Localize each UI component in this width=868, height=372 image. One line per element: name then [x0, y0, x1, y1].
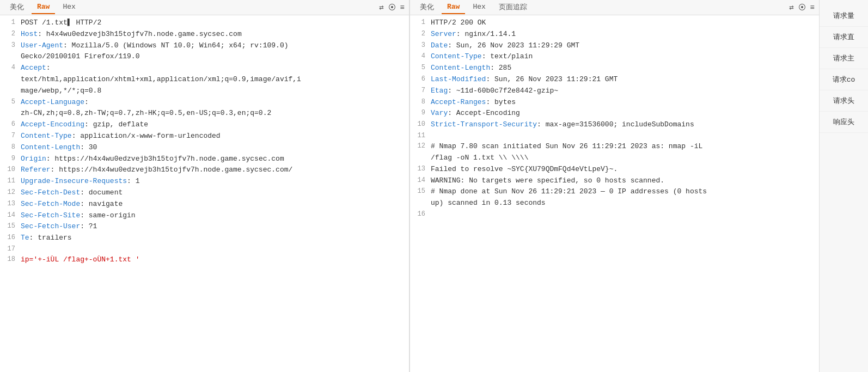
table-row: 9Vary: Accept-Encoding — [410, 108, 819, 119]
table-row: 4Content-Type: text/plain — [410, 51, 819, 63]
left-tab-beautify[interactable]: 美化 — [4, 0, 29, 15]
table-row: 14Sec-Fetch-Site: same-origin — [0, 210, 409, 222]
line-number: 5 — [3, 97, 15, 107]
http-value: : Mozilla/5.0 (Windows NT 10.0; Win64; x… — [63, 41, 288, 50]
table-row: 1POST /1.txt▌ HTTP/2 — [0, 17, 409, 29]
left-icon-bars[interactable]: ⦿ — [388, 3, 396, 12]
sidebar-item-3[interactable]: 请求co — [820, 69, 868, 90]
right-tab-bar: 美化 Raw Hex 页面追踪 ⇄ ⦿ ≡ — [410, 0, 819, 15]
http-header-key: Sec-Fetch-Site — [21, 211, 80, 219]
http-header-key: Accept-Encoding — [21, 120, 84, 129]
right-icon-menu[interactable]: ≡ — [810, 3, 815, 12]
http-value: : 285 — [490, 64, 511, 72]
table-row: 3User-Agent: Mozilla/5.0 (Windows NT 10.… — [0, 40, 409, 52]
http-header-key: Last-Modified — [431, 75, 486, 83]
line-content: # Nmap done at Sun Nov 26 11:29:21 2023 … — [431, 186, 816, 198]
sidebar-item-1[interactable]: 请求直 — [820, 27, 868, 48]
http-header-key: User-Agent — [21, 41, 63, 50]
table-row: 7Etag: ~11d-60b0c7f2e8442-gzip~ — [410, 86, 819, 97]
http-header-key: Origin — [21, 155, 46, 163]
line-content: Te: trailers — [21, 233, 406, 244]
line-number: 10 — [3, 164, 15, 175]
right-tab-raw[interactable]: Raw — [442, 1, 465, 14]
line-content: Failed to resolve ~SYC{XU79QDmFQd4eVtLpe… — [431, 164, 816, 175]
line-number: 10 — [413, 119, 425, 130]
left-tab-bar: 美化 Raw Hex ⇄ ⦿ ≡ — [0, 0, 409, 15]
http-value: : Accept-Encoding — [448, 109, 520, 117]
http-value: Failed to resolve ~SYC{XU79QDmFQd4eVtLpe… — [431, 165, 618, 173]
sidebar-item-0[interactable]: 请求量 — [820, 5, 868, 27]
line-content: HTTP/2 200 OK — [431, 17, 816, 29]
line-number: 4 — [3, 63, 15, 73]
right-tab-beautify[interactable]: 美化 — [414, 0, 439, 15]
line-content: Last-Modified: Sun, 26 Nov 2023 11:29:21… — [431, 74, 816, 86]
table-row: 17 — [0, 244, 409, 254]
line-content: Accept: — [21, 63, 406, 74]
line-number: 9 — [3, 154, 15, 164]
line-content: Accept-Ranges: bytes — [431, 97, 816, 108]
http-value: : bytes — [486, 98, 516, 106]
http-header-key: Strict-Transport-Security — [431, 120, 537, 129]
line-number: 12 — [413, 141, 425, 151]
left-icon-menu[interactable]: ≡ — [400, 3, 405, 12]
http-value: mage/webp,*/*;q=0.8 — [21, 87, 101, 95]
table-row: 10Strict-Transport-Security: max-age=315… — [410, 119, 819, 131]
table-row: 14WARNING: No targets were specified, so… — [410, 175, 819, 187]
http-value: zh-CN,zh;q=0.8,zh-TW;q=0.7,zh-HK;q=0.5,e… — [21, 109, 271, 117]
table-row: 8Accept-Ranges: bytes — [410, 97, 819, 108]
line-content: POST /1.txt▌ HTTP/2 — [21, 17, 406, 29]
line-number: 18 — [3, 254, 15, 265]
line-content: ip='+-iÙL /flag+-oÙN+1.txt ' — [21, 254, 406, 266]
line-content: Content-Length: 30 — [21, 142, 406, 154]
line-number: 8 — [3, 142, 15, 153]
right-icon-transfer[interactable]: ⇄ — [789, 3, 793, 12]
http-value: # Nmap 7.80 scan initiated Sun Nov 26 11… — [431, 142, 702, 150]
table-row: 16 — [410, 209, 819, 219]
table-row: 10Referer: https://h4x4wu0edzvejb3h15toj… — [0, 164, 409, 176]
http-value: text/html,application/xhtml+xml,applicat… — [21, 75, 301, 83]
http-value: : 1 — [127, 177, 139, 185]
http-header-key: Accept-Ranges — [431, 98, 486, 106]
right-tab-trace[interactable]: 页面追踪 — [493, 0, 533, 15]
http-value: : Sun, 26 Nov 2023 11:29:21 GMT — [486, 75, 618, 83]
line-content: Sec-Fetch-Dest: document — [21, 187, 406, 199]
http-value: : https://h4x4wu0edzvejb3h15tojfv7h.node… — [51, 166, 293, 174]
http-value: HTTP/2 200 OK — [431, 19, 486, 27]
table-row: 1HTTP/2 200 OK — [410, 17, 819, 29]
http-value: : nginx/1.14.1 — [456, 30, 516, 38]
sidebar-item-2[interactable]: 请求主 — [820, 48, 868, 69]
http-header-key: Server — [431, 30, 456, 38]
line-content: up) scanned in 0.13 seconds — [431, 198, 816, 209]
right-panel: 美化 Raw Hex 页面追踪 ⇄ ⦿ ≡ 1HTTP/2 200 OK2Ser… — [410, 0, 819, 372]
http-header-key: Host — [21, 30, 38, 38]
http-value: : same-origin — [80, 211, 135, 219]
http-value: : navigate — [80, 200, 123, 208]
table-row: 13Sec-Fetch-Mode: navigate — [0, 199, 409, 210]
right-tab-hex[interactable]: Hex — [467, 1, 491, 14]
http-header-key: Sec-Fetch-Dest — [21, 188, 80, 197]
line-number: 7 — [3, 131, 15, 141]
http-value: : max-age=31536000; includeSubDomains — [537, 120, 694, 129]
line-content: Content-Type: application/x-www-form-url… — [21, 131, 406, 142]
line-content: Etag: ~11d-60b0c7f2e8442-gzip~ — [431, 86, 816, 97]
table-row: 5Accept-Language: — [0, 97, 409, 108]
left-tab-hex[interactable]: Hex — [57, 1, 81, 14]
line-content: Content-Type: text/plain — [431, 51, 816, 63]
http-value: WARNING: No targets were specified, so 0… — [431, 176, 664, 185]
line-content: Strict-Transport-Security: max-age=31536… — [431, 119, 816, 131]
sidebar-item-4[interactable]: 请求头 — [820, 90, 868, 112]
http-header-key: Accept — [21, 64, 46, 72]
line-number: 14 — [413, 175, 425, 186]
line-number: 17 — [3, 244, 15, 254]
table-row: mage/webp,*/*;q=0.8 — [0, 86, 409, 97]
line-number: 11 — [3, 176, 15, 186]
line-content: mage/webp,*/*;q=0.8 — [21, 86, 406, 97]
right-icon-bars[interactable]: ⦿ — [798, 3, 806, 12]
line-number: 16 — [413, 209, 425, 219]
http-header-key: Date — [431, 41, 448, 50]
left-tab-raw[interactable]: Raw — [32, 1, 55, 14]
left-icon-transfer[interactable]: ⇄ — [379, 3, 383, 12]
sidebar-item-5[interactable]: 响应头 — [820, 112, 868, 133]
line-content: zh-CN,zh;q=0.8,zh-TW;q=0.7,zh-HK;q=0.5,e… — [21, 108, 406, 119]
table-row: 11Upgrade-Insecure-Requests: 1 — [0, 176, 409, 187]
